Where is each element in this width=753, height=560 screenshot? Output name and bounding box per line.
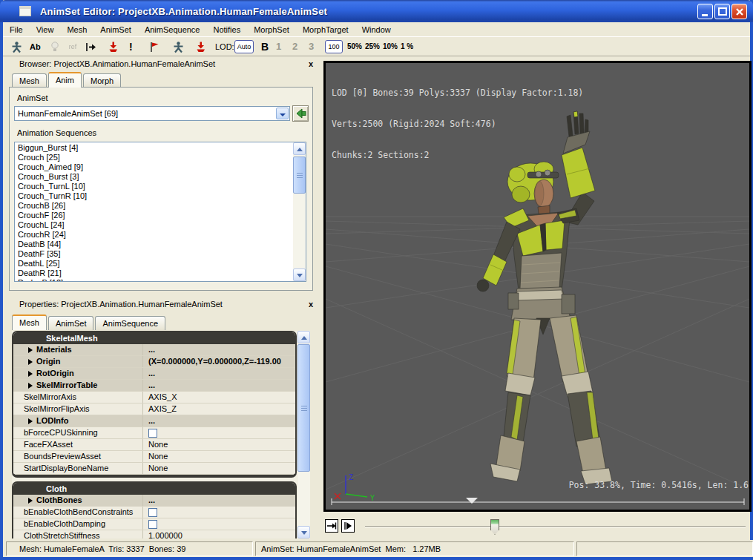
socket-manager-icon[interactable] bbox=[105, 39, 120, 54]
list-item[interactable]: CrouchR [24] bbox=[15, 230, 292, 240]
list-item[interactable]: CrouchB [26] bbox=[15, 201, 292, 211]
lod-auto-button[interactable]: Auto bbox=[234, 40, 254, 53]
list-item[interactable]: Crouch_TurnR [10] bbox=[15, 191, 292, 201]
scroll-up-button[interactable] bbox=[297, 331, 310, 343]
list-item[interactable]: DeathB [44] bbox=[15, 240, 292, 249]
timeline-slider[interactable] bbox=[365, 526, 746, 527]
list-item[interactable]: DeathR [21] bbox=[15, 269, 292, 278]
mirror-arrow-icon[interactable] bbox=[83, 39, 98, 54]
preview-viewport[interactable]: Z Y LOD [0] Bones:39 Polys:33 bbox=[323, 61, 752, 512]
wireframe-lightbulb-icon[interactable] bbox=[47, 39, 62, 54]
scroll-down-button[interactable] bbox=[293, 269, 306, 281]
list-item[interactable]: Crouch [25] bbox=[15, 153, 292, 162]
property-row-skelmirrortable[interactable]: SkelMirrorTable ... bbox=[13, 380, 295, 392]
menu-item-window[interactable]: Window bbox=[355, 23, 398, 36]
menu-item-file[interactable]: File bbox=[3, 23, 30, 36]
viewport-timeline[interactable] bbox=[332, 498, 744, 505]
resize-grip-icon[interactable] bbox=[724, 541, 752, 555]
flag-icon[interactable] bbox=[147, 39, 162, 54]
property-row-clothstretchstiffness[interactable]: ClothStretchStiffness 1.000000 bbox=[13, 530, 295, 538]
browser-close-icon[interactable]: x bbox=[309, 56, 313, 72]
dropdown-button[interactable] bbox=[276, 108, 289, 119]
expand-arrow-icon[interactable] bbox=[28, 347, 33, 353]
property-row-skelmirroraxis[interactable]: SkelMirrorAxis AXIS_X bbox=[13, 392, 295, 403]
menu-item-view[interactable]: View bbox=[30, 23, 61, 36]
menu-item-morphset[interactable]: MorphSet bbox=[247, 23, 296, 36]
loop-toggle-button[interactable] bbox=[325, 519, 338, 533]
property-row-rotorigin[interactable]: RotOrigin ... bbox=[13, 368, 295, 380]
timeline-slider-thumb[interactable] bbox=[490, 519, 499, 535]
menu-item-mesh[interactable]: Mesh bbox=[60, 23, 93, 36]
scroll-down-button[interactable] bbox=[297, 526, 310, 538]
tab-mesh-browser[interactable]: Mesh bbox=[12, 73, 47, 88]
property-row-clothbones[interactable]: ClothBones ... bbox=[13, 495, 295, 507]
property-row-benableclothdamping[interactable]: bEnableClothDamping bbox=[13, 518, 295, 530]
list-item[interactable]: DodgeB [12] bbox=[15, 278, 292, 281]
property-row-lodinfo[interactable]: LODInfo ... bbox=[13, 415, 295, 427]
tab-animset-props[interactable]: AnimSet bbox=[48, 316, 94, 330]
property-row-skelmirrorflipaxis[interactable]: SkelMirrorFlipAxis AXIS_Z bbox=[13, 403, 295, 415]
notify-icon[interactable]: ! bbox=[129, 39, 133, 54]
expand-arrow-icon[interactable] bbox=[28, 383, 33, 389]
animset-dropdown[interactable]: HumanFemaleAnimSet [69] bbox=[14, 106, 290, 121]
ref-pose-icon[interactable]: ref bbox=[65, 39, 80, 54]
scroll-up-button[interactable] bbox=[293, 142, 306, 155]
speed-1-button[interactable]: 1 % bbox=[401, 39, 413, 54]
lod-2-button[interactable]: 2 bbox=[292, 39, 297, 54]
lod-3-button[interactable]: 3 bbox=[309, 39, 314, 54]
checkbox-clothdamping[interactable] bbox=[148, 520, 157, 529]
list-item[interactable]: Crouch_Burst [3] bbox=[15, 172, 292, 182]
list-item[interactable]: CrouchL [24] bbox=[15, 220, 292, 230]
list-item[interactable]: Biggun_Burst [4] bbox=[15, 143, 292, 153]
property-row-startdisplaybonename[interactable]: StartDisplayBoneName None bbox=[13, 463, 295, 475]
tab-animsequence-props[interactable]: AnimSequence bbox=[95, 316, 165, 330]
checkbox-bendconstraints[interactable] bbox=[148, 508, 157, 517]
scrollbar-thumb[interactable] bbox=[293, 157, 306, 194]
list-item[interactable]: Crouch_Aimed [9] bbox=[15, 162, 292, 172]
property-row-benableclothbendconstraints[interactable]: bEnableClothBendConstraints bbox=[13, 507, 295, 518]
property-row-facefxasset[interactable]: FaceFXAsset None bbox=[13, 439, 295, 451]
menu-item-animsequence[interactable]: AnimSequence bbox=[138, 23, 207, 36]
expand-arrow-icon[interactable] bbox=[28, 371, 33, 377]
expand-arrow-icon[interactable] bbox=[28, 498, 33, 504]
bind-pose-figure-icon[interactable] bbox=[171, 39, 185, 54]
find-animset-button[interactable] bbox=[292, 105, 309, 122]
properties-scrollbar[interactable] bbox=[297, 331, 310, 538]
scrollbar-thumb[interactable] bbox=[297, 344, 310, 472]
property-row-boundspreviewasset[interactable]: BoundsPreviewAsset None bbox=[13, 451, 295, 463]
speed-50-button[interactable]: 50% bbox=[347, 39, 362, 54]
lod-1-button[interactable]: 1 bbox=[276, 39, 281, 54]
bind-pose-button[interactable]: B bbox=[261, 39, 269, 54]
tab-anim[interactable]: Anim bbox=[48, 72, 82, 88]
expand-arrow-icon[interactable] bbox=[28, 359, 33, 365]
close-button[interactable] bbox=[731, 4, 747, 19]
menu-item-animset[interactable]: AnimSet bbox=[93, 23, 138, 36]
new-socket-icon[interactable] bbox=[193, 39, 208, 54]
list-item[interactable]: DeathF [35] bbox=[15, 249, 292, 259]
timeline-position-marker[interactable] bbox=[466, 498, 478, 504]
checkbox-bforcecpuskinning[interactable] bbox=[148, 429, 157, 438]
speed-10-button[interactable]: 10% bbox=[383, 39, 398, 54]
play-button[interactable] bbox=[341, 519, 355, 533]
speed-25-button[interactable]: 25% bbox=[365, 39, 380, 54]
menu-item-morphtarget[interactable]: MorphTarget bbox=[296, 23, 355, 36]
section-header[interactable]: SkeletalMesh bbox=[13, 332, 295, 344]
show-bone-names-icon[interactable]: Ab bbox=[30, 39, 41, 54]
section-header[interactable]: Cloth bbox=[13, 483, 295, 495]
menu-item-notifies[interactable]: Notifies bbox=[206, 23, 247, 36]
property-row-bforcecpuskinning[interactable]: bForceCPUSkinning bbox=[13, 427, 295, 439]
speed-100-button[interactable]: 100 bbox=[325, 40, 343, 53]
list-item[interactable]: Crouch_TurnL [10] bbox=[15, 182, 292, 191]
minimize-button[interactable] bbox=[697, 4, 713, 19]
list-scrollbar[interactable] bbox=[293, 142, 306, 281]
tab-morph[interactable]: Morph bbox=[83, 73, 121, 88]
title-bar[interactable]: AnimSet Editor: ProjectXB.Animation.Huma… bbox=[0, 0, 753, 22]
property-row-origin[interactable]: Origin (X=0.000000,Y=0.000000,Z=-119.00 bbox=[13, 356, 295, 368]
property-row-materials[interactable]: Materials ... bbox=[13, 344, 295, 356]
list-item[interactable]: DeathL [25] bbox=[15, 259, 292, 269]
list-item[interactable]: CrouchF [26] bbox=[15, 211, 292, 220]
expand-arrow-icon[interactable] bbox=[28, 418, 33, 424]
maximize-button[interactable] bbox=[714, 4, 730, 19]
show-skeleton-icon[interactable] bbox=[9, 39, 24, 54]
tab-mesh-props[interactable]: Mesh bbox=[12, 314, 47, 330]
